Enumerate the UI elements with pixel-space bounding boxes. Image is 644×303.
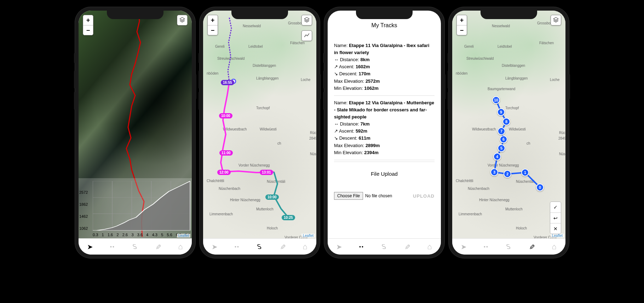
y-tick: 1862	[79, 202, 88, 206]
leaflet-attribution[interactable]: Leaflet	[551, 234, 564, 238]
waypoint-marker[interactable]: 7	[498, 127, 505, 135]
undo-route-button[interactable]	[550, 212, 561, 223]
time-badge[interactable]: 12:00	[217, 170, 231, 175]
waypoint-marker[interactable]: 9	[497, 108, 505, 116]
bottom-tab-bar	[328, 238, 441, 255]
x-tick: 5	[161, 233, 163, 237]
waypoint-marker[interactable]: 4	[493, 153, 501, 161]
tab-draw[interactable]	[275, 240, 289, 253]
zoom-out-button[interactable]: −	[208, 25, 218, 35]
y-tick: 1462	[79, 214, 88, 218]
track-stat-value: 8km	[360, 57, 369, 62]
waypoint-marker[interactable]: 6	[500, 135, 507, 143]
tab-waypoints[interactable]	[355, 240, 369, 253]
tab-draw[interactable]	[524, 240, 539, 253]
x-tick: 3	[131, 233, 133, 237]
x-tick: 5.6	[167, 233, 172, 237]
time-badge[interactable]: 13:01	[260, 170, 273, 175]
tab-location[interactable]	[207, 240, 222, 253]
phone-2: NesselwaldGrossbodenGereliLeidtobelFätsc…	[200, 7, 320, 258]
bottom-tab-bar	[79, 238, 192, 255]
map-satellite[interactable]: + − 2572186214621062 0.311.622	[79, 11, 192, 238]
x-tick: 4	[146, 233, 148, 237]
confirm-route-button[interactable]	[550, 202, 561, 212]
route-edit-actions	[550, 202, 561, 234]
upload-section: File Upload Choose File No file chosen U…	[334, 162, 435, 200]
upload-button[interactable]: UPLOAD	[413, 193, 435, 199]
layers-button[interactable]	[551, 15, 561, 25]
tab-draw[interactable]	[151, 240, 165, 253]
tab-waypoints[interactable]	[230, 240, 244, 253]
phone-4: NesselwaldGrossbodenGereliLeidtobelFätsc…	[449, 7, 569, 258]
x-tick: 2	[116, 233, 119, 237]
phone-1: + − 2572186214621062 0.311.622	[75, 7, 195, 258]
leaflet-attribution[interactable]: Leaflet	[301, 234, 315, 238]
zoom-in-button[interactable]: +	[83, 15, 93, 25]
tab-draw[interactable]	[400, 240, 414, 253]
x-tick: 1	[102, 233, 104, 237]
zoom-in-button[interactable]: +	[457, 15, 467, 25]
tab-route[interactable]	[253, 240, 267, 253]
track-stat-value: 170m	[359, 71, 370, 76]
zoom-out-button[interactable]: −	[83, 25, 93, 35]
file-chosen-label: No file chosen	[365, 193, 392, 199]
tab-waypoints[interactable]	[105, 240, 120, 253]
x-tick: 1.6	[108, 233, 113, 237]
layers-button[interactable]	[301, 15, 312, 25]
tab-waypoints[interactable]	[479, 240, 493, 253]
tab-location[interactable]	[456, 240, 471, 253]
track-item[interactable]: Name: Etappe 12 Via Glaralpina - Muttenb…	[334, 96, 435, 160]
page-title: My Tracks	[334, 21, 435, 30]
zoom-control: + −	[207, 15, 218, 35]
layers-button[interactable]	[177, 15, 188, 25]
x-tick: 4.3	[152, 233, 157, 237]
track-stat-value: 7km	[360, 121, 369, 127]
zoom-in-button[interactable]: +	[208, 15, 218, 25]
waypoint-marker[interactable]: 8	[502, 118, 510, 126]
tab-route[interactable]	[377, 240, 391, 253]
tab-home[interactable]	[422, 240, 437, 253]
upload-heading: File Upload	[334, 170, 435, 178]
track-stat-value: 1062m	[364, 86, 378, 91]
tab-route[interactable]	[128, 240, 142, 253]
time-badge[interactable]: 10:00	[265, 194, 279, 200]
map-topo-draw[interactable]: NesselwaldGrossbodenGereliLeidtobelFätsc…	[452, 11, 565, 238]
track-stat-value: 1602m	[356, 64, 370, 69]
zoom-control: + −	[83, 15, 93, 35]
bottom-tab-bar	[203, 238, 316, 255]
track-layer	[203, 11, 316, 237]
tab-home[interactable]	[547, 240, 561, 253]
track-stat-value: 611m	[359, 135, 370, 141]
waypoint-marker[interactable]: 0	[536, 183, 544, 191]
tab-route[interactable]	[502, 240, 516, 253]
time-badge[interactable]: 10:25	[282, 215, 295, 220]
elevation-chart[interactable]: 2572186214621062 0.311.622.633.644.355.6…	[79, 178, 192, 238]
phone-3: My Tracks Name: Etappe 11 Via Glaralpina…	[324, 7, 444, 258]
leaflet-attribution[interactable]: Leaflet	[177, 234, 190, 238]
time-badge[interactable]: 11:00	[219, 150, 233, 156]
my-tracks-page: My Tracks Name: Etappe 11 Via Glaralpina…	[328, 11, 441, 238]
track-stat-value: 2394m	[364, 150, 378, 155]
bottom-tab-bar	[452, 238, 565, 255]
zoom-control: + −	[456, 15, 467, 35]
elevation-toggle-button[interactable]	[301, 30, 312, 41]
tab-location[interactable]	[83, 240, 97, 253]
time-badge[interactable]: 10:00	[219, 113, 232, 118]
zoom-out-button[interactable]: −	[457, 25, 467, 35]
x-tick: 0.3	[93, 233, 98, 237]
map-topo[interactable]: NesselwaldGrossbodenGereliLeidtobelFätsc…	[203, 11, 316, 238]
choose-file-button[interactable]: Choose File	[334, 192, 363, 200]
tab-home[interactable]	[298, 240, 312, 253]
waypoint-marker[interactable]: 5	[498, 144, 505, 152]
track-stat-value: 2899m	[366, 143, 380, 148]
track-item[interactable]: Name: Etappe 11 Via Glaralpina - Ibex sa…	[334, 39, 435, 96]
tab-location[interactable]	[332, 240, 346, 253]
waypoint-marker[interactable]: 1	[521, 169, 529, 176]
tab-home[interactable]	[173, 240, 188, 253]
waypoint-marker[interactable]: 2	[504, 170, 511, 178]
waypoint-marker[interactable]: 3	[490, 168, 498, 176]
x-tick: 2.6	[122, 233, 128, 237]
cancel-route-button[interactable]	[550, 223, 561, 234]
time-badge[interactable]: 16:55	[221, 80, 234, 85]
waypoint-marker[interactable]: 10	[492, 96, 500, 104]
